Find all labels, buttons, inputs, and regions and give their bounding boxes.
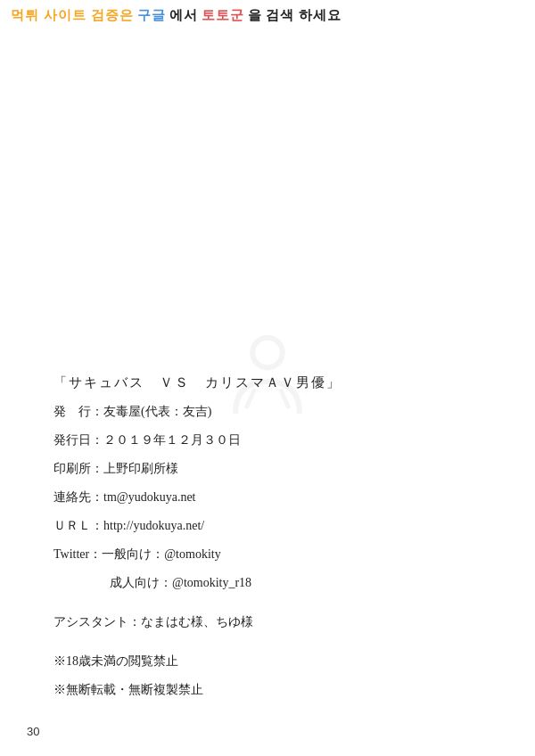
url: ＵＲＬ：http://yudokuya.net/ [54,514,499,538]
svg-point-0 [252,338,283,368]
banner-part-2: 구글 [137,7,166,24]
printer: 印刷所：上野印刷所様 [54,456,499,481]
twitter-general: Twitter：一般向け：@tomokity [54,542,499,567]
page-number: 30 [27,725,39,738]
notice-age: ※18歳未満の閲覧禁止 [54,649,499,674]
colophon-title: 「サキュバス ＶＳ カリスマＡＶ男優」 [54,369,499,396]
colophon: 「サキュバス ＶＳ カリスマＡＶ男優」 発 行：友毒屋(代表：友吉) 発行日：２… [54,369,499,703]
colophon-section: 「サキュバス ＶＳ カリスマＡＶ男優」 発 行：友毒屋(代表：友吉) 発行日：２… [54,369,499,703]
banner-part-3: 에서 [169,7,198,24]
assistant: アシスタント：なまはむ様、ちゆ様 [54,610,499,635]
banner: 먹튀 사이트 검증은 구글 에서 토토군 을 검색 하세요 [0,0,535,31]
publish-date: 発行日：２０１９年１２月３０日 [54,428,499,453]
banner-part-5: 을 검색 하세요 [248,7,342,24]
twitter-adult: 成人向け：@tomokity_r18 [54,571,499,596]
contact: 連絡先：tm@yudokuya.net [54,485,499,510]
notice-copy: ※無断転載・無断複製禁止 [54,678,499,703]
publisher: 発 行：友毒屋(代表：友吉) [54,399,499,424]
banner-part-4: 토토군 [202,7,244,24]
banner-part-1: 먹튀 사이트 검증은 [11,7,134,24]
